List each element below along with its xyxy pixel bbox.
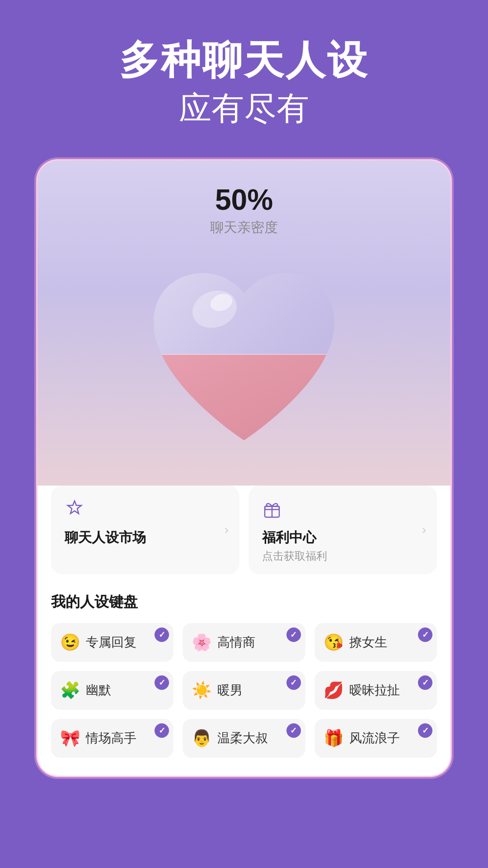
svg-rect-0 [131,354,357,458]
keyboard-item[interactable]: 🌸高情商 [183,623,305,662]
header-title: 多种聊天人设 [119,36,369,84]
keyboard-emoji: 😉 [60,633,80,652]
check-badge [155,627,169,642]
keyboard-item[interactable]: ☀️暖男 [183,671,305,710]
welfare-title: 福利中心 [262,528,423,547]
check-badge [418,675,432,690]
main-card: 50% 聊天亲密度 [36,159,452,777]
header-section: 多种聊天人设 应有尽有 [119,36,369,127]
welfare-icon [262,499,423,523]
welfare-subtitle: 点击获取福利 [262,549,423,563]
keyboard-label: 专属回复 [86,634,136,651]
keyboard-emoji: 🎁 [324,729,344,748]
menu-row: 聊天人设市场 › 福利中心 点击获取福利 › [51,486,437,574]
keyboard-emoji: 🌸 [192,633,212,652]
keyboard-label: 高情商 [217,634,255,651]
keyboard-item[interactable]: 😉专属回复 [51,623,174,662]
percent-label: 聊天亲密度 [210,218,278,237]
keyboard-emoji: 👨 [192,729,212,748]
percent-value: 50% [215,183,273,217]
keyboard-emoji: ☀️ [192,681,212,700]
keyboard-item[interactable]: 😘撩女生 [314,623,437,662]
keyboard-item[interactable]: 👨温柔大叔 [183,719,305,758]
check-badge [418,723,432,738]
check-badge [286,675,301,690]
keyboard-item[interactable]: 💋暧昧拉扯 [314,671,437,710]
menu-item-welfare[interactable]: 福利中心 点击获取福利 › [249,486,437,574]
keyboard-emoji: 😘 [324,633,344,652]
keyboard-grid: 😉专属回复🌸高情商😘撩女生🧩幽默☀️暖男💋暧昧拉扯🎀情场高手👨温柔大叔🎁风流浪子 [51,623,437,758]
keyboard-section: 我的人设键盘 😉专属回复🌸高情商😘撩女生🧩幽默☀️暖男💋暧昧拉扯🎀情场高手👨温柔… [38,574,450,758]
keyboard-label: 温柔大叔 [217,730,268,747]
keyboard-item[interactable]: 🎁风流浪子 [314,719,437,758]
check-badge [418,627,432,642]
keyboard-label: 暖男 [217,682,243,699]
market-icon [65,499,226,523]
keyboard-emoji: 💋 [324,681,344,700]
keyboard-item[interactable]: 🎀情场高手 [51,719,174,758]
heart-visual [131,250,357,458]
check-badge [286,723,301,738]
keyboard-title: 我的人设键盘 [51,592,437,612]
heart-section: 50% 聊天亲密度 [38,160,450,486]
keyboard-label: 暧昧拉扯 [349,682,400,699]
keyboard-emoji: 🧩 [60,681,80,700]
header-subtitle: 应有尽有 [119,89,369,127]
welfare-chevron: › [422,523,426,537]
keyboard-label: 撩女生 [349,634,387,651]
keyboard-label: 情场高手 [86,730,136,747]
menu-item-market[interactable]: 聊天人设市场 › [51,486,239,574]
keyboard-label: 幽默 [86,682,111,699]
check-badge [286,627,301,642]
keyboard-label: 风流浪子 [349,730,400,747]
market-title: 聊天人设市场 [65,528,226,547]
check-badge [155,723,169,738]
check-badge [155,675,169,690]
market-chevron: › [225,523,229,537]
keyboard-emoji: 🎀 [60,729,80,748]
keyboard-item[interactable]: 🧩幽默 [51,671,174,710]
